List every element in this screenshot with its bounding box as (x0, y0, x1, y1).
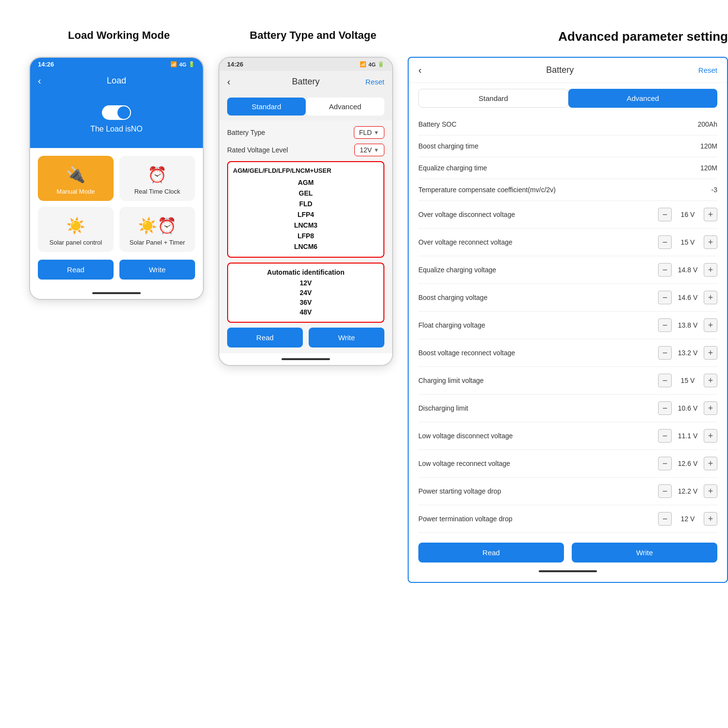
battery-list-box: AGM/GEL/FLD/LFP/LNCM+USER AGM GEL FLD LF… (227, 161, 384, 258)
load-toggle-area: The Load isNO (30, 91, 203, 148)
stepper-plus-boost-volt[interactable]: + (704, 291, 717, 304)
stepper-minus-power-term-drop[interactable]: − (658, 512, 672, 526)
stepper-plus-power-start-drop[interactable]: + (704, 484, 717, 498)
battery-back-arrow[interactable]: ‹ (227, 76, 231, 87)
auto-id-title: Automatic identification (233, 268, 379, 276)
load-toggle-switch[interactable] (102, 105, 131, 120)
advanced-read-button[interactable]: Read (418, 543, 564, 563)
param-label-equalize-time: Equalize charging time (418, 164, 564, 172)
stepper-plus-equalize-volt[interactable]: + (704, 263, 717, 277)
auto-id-24v[interactable]: 24V (233, 288, 379, 298)
param-stepper-power-start-drop: − 12.2 V + (658, 484, 717, 498)
battery-write-button[interactable]: Write (309, 328, 384, 347)
rated-voltage-dropdown[interactable]: 12V ▼ (354, 144, 384, 156)
stepper-minus-power-start-drop[interactable]: − (658, 484, 672, 498)
param-row-power-start-drop: Power starting voltage drop − 12.2 V + (418, 478, 717, 505)
load-back-arrow[interactable]: ‹ (38, 75, 41, 86)
stepper-value-float-volt: 13.8 V (676, 321, 700, 329)
stepper-minus-equalize-volt[interactable]: − (658, 263, 672, 277)
param-row-boost-reconnect: Boost voltage reconnect voltage − 13.2 V… (418, 339, 717, 367)
auto-id-12v[interactable]: 12V (233, 278, 379, 288)
battery-reset-link[interactable]: Reset (365, 78, 384, 86)
stepper-plus-low-volt-reconnect[interactable]: + (704, 457, 717, 470)
load-home-indicator (92, 292, 141, 294)
load-bottom-bar (30, 287, 203, 299)
battery-bottom-bar (219, 353, 392, 365)
stepper-plus-boost-reconnect[interactable]: + (704, 346, 717, 360)
battery-type-dropdown[interactable]: FLD ▼ (354, 126, 384, 139)
battery-status-icons: 📶 4G 🔋 (360, 61, 384, 67)
stepper-plus-power-term-drop[interactable]: + (704, 512, 717, 526)
stepper-minus-float-volt[interactable]: − (658, 318, 672, 332)
load-read-write-row: Read Write (38, 260, 195, 280)
stepper-minus-over-volt-reconnect[interactable]: − (658, 235, 672, 249)
param-label-low-volt-reconnect: Low voltage reconnect voltage (418, 460, 564, 467)
battery-item-lncm6[interactable]: LNCM6 (233, 241, 379, 252)
stepper-minus-over-volt-disconnect[interactable]: − (658, 208, 672, 221)
stepper-minus-low-volt-reconnect[interactable]: − (658, 457, 672, 470)
battery-item-lncm3[interactable]: LNCM3 (233, 220, 379, 231)
param-row-power-term-drop: Power termination voltage drop − 12 V + (418, 505, 717, 533)
battery-tab-advanced[interactable]: Advanced (306, 98, 384, 116)
stepper-value-boost-volt: 14.6 V (676, 294, 700, 301)
stepper-plus-low-volt-disconnect[interactable]: + (704, 429, 717, 443)
advanced-home-indicator (539, 570, 597, 572)
advanced-tab-advanced[interactable]: Advanced (568, 89, 717, 108)
param-stepper-equalize-volt: − 14.8 V + (658, 263, 717, 277)
mode-card-rtc[interactable]: ⏰ Real Time Clock (119, 156, 195, 201)
advanced-tab-standard[interactable]: Standard (418, 89, 568, 108)
stepper-plus-over-volt-disconnect[interactable]: + (704, 208, 717, 221)
mode-card-solar-timer[interactable]: ☀️⏰ Solar Panel + Timer (119, 207, 195, 252)
stepper-value-low-volt-disconnect: 11.1 V (676, 432, 700, 440)
solar-icon: ☀️ (66, 216, 85, 235)
battery-section-title: Battery Type and Voltage (223, 29, 403, 42)
load-status-icons: 📶 4G 🔋 (170, 61, 195, 67)
load-read-button[interactable]: Read (38, 260, 114, 280)
stepper-minus-discharging-limit[interactable]: − (658, 401, 672, 415)
param-label-temp-comp: Temperature compensate coefficient(mv/c/… (418, 186, 564, 194)
battery-item-lfp4[interactable]: LFP4 (233, 209, 379, 220)
stepper-value-over-volt-disconnect: 16 V (676, 211, 700, 218)
battery-type-arrow: ▼ (374, 130, 379, 135)
load-write-button[interactable]: Write (119, 260, 195, 280)
stepper-value-power-start-drop: 12.2 V (676, 487, 700, 495)
mode-card-solar[interactable]: ☀️ Solar panel control (38, 207, 114, 252)
battery-type-row: Battery Type FLD ▼ (227, 126, 384, 139)
stepper-minus-charging-limit[interactable]: − (658, 374, 672, 387)
battery-item-lfp8[interactable]: LFP8 (233, 231, 379, 241)
battery-phone-frame: 14:26 📶 4G 🔋 ‹ Battery Reset Standard (218, 57, 393, 366)
param-row-low-volt-reconnect: Low voltage reconnect voltage − 12.6 V + (418, 450, 717, 478)
rated-voltage-row: Rated Voltage Level 12V ▼ (227, 144, 384, 156)
auto-id-36v[interactable]: 36V (233, 298, 379, 307)
stepper-minus-low-volt-disconnect[interactable]: − (658, 429, 672, 443)
advanced-tab-row: Standard Advanced (409, 83, 727, 114)
advanced-reset-link[interactable]: Reset (698, 66, 717, 74)
param-stepper-over-volt-disconnect: − 16 V + (658, 208, 717, 221)
advanced-back-arrow[interactable]: ‹ (418, 65, 422, 76)
load-status-time: 14:26 (38, 61, 54, 68)
advanced-write-button[interactable]: Write (572, 543, 717, 563)
battery-read-button[interactable]: Read (227, 328, 303, 347)
param-label-discharging-limit: Discharging limit (418, 404, 564, 412)
mode-card-manual[interactable]: 🔌 Manual Mode (38, 156, 114, 201)
battery-tab-row: Standard Advanced (219, 93, 392, 120)
stepper-value-discharging-limit: 10.6 V (676, 404, 700, 412)
battery-item-gel[interactable]: GEL (233, 188, 379, 199)
stepper-plus-charging-limit[interactable]: + (704, 374, 717, 387)
stepper-minus-boost-volt[interactable]: − (658, 291, 672, 304)
battery-read-write-row: Read Write (227, 328, 384, 347)
load-phone-frame: 14:26 📶 4G 🔋 ‹ Load T (29, 57, 204, 300)
stepper-plus-float-volt[interactable]: + (704, 318, 717, 332)
stepper-plus-discharging-limit[interactable]: + (704, 401, 717, 415)
battery-item-agm[interactable]: AGM (233, 177, 379, 188)
battery-phone-section: 14:26 📶 4G 🔋 ‹ Battery Reset Standard (218, 57, 393, 366)
stepper-minus-boost-reconnect[interactable]: − (658, 346, 672, 360)
auto-id-48v[interactable]: 48V (233, 307, 379, 317)
battery-tab-standard[interactable]: Standard (227, 98, 306, 116)
load-modes-area: 🔌 Manual Mode ⏰ Real Time Clock ☀️ Solar… (30, 148, 203, 287)
stepper-plus-over-volt-reconnect[interactable]: + (704, 235, 717, 249)
battery-item-fld[interactable]: FLD (233, 199, 379, 209)
param-row-float-volt: Float charging voltage − 13.8 V + (418, 312, 717, 339)
battery-type-value: FLD (359, 129, 372, 136)
rated-voltage-value: 12V (360, 146, 372, 154)
